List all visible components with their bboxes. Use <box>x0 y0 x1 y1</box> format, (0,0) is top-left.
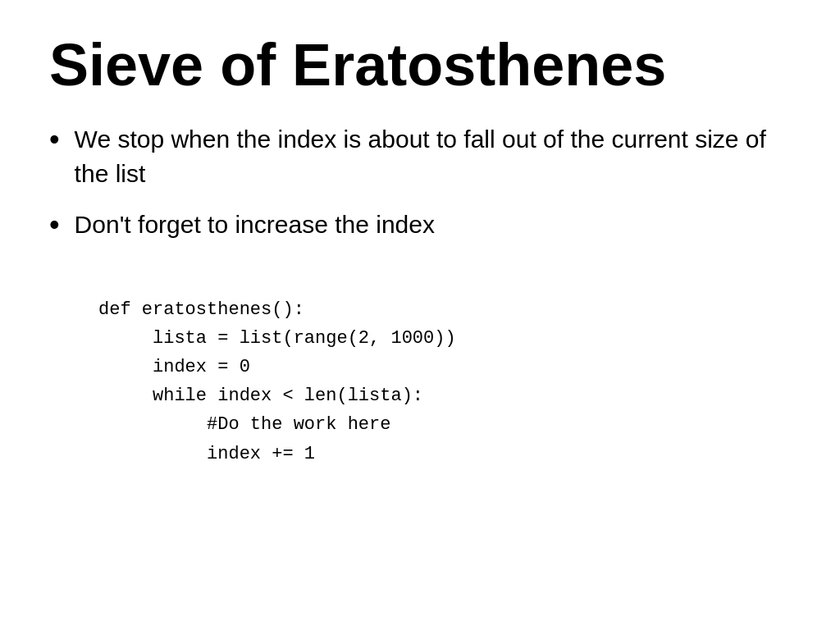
bullet-text-2: Don't forget to increase the index <box>75 208 791 242</box>
bullet-text-1: We stop when the index is about to fall … <box>75 122 791 191</box>
bullet-item-1: • We stop when the index is about to fal… <box>49 122 791 191</box>
bullet-dot-2: • <box>49 204 60 245</box>
bullet-item-2: • Don't forget to increase the index <box>49 208 791 245</box>
bullet-list: • We stop when the index is about to fal… <box>49 122 791 262</box>
code-block: def eratosthenes(): lista = list(range(2… <box>98 295 791 468</box>
slide: Sieve of Eratosthenes • We stop when the… <box>0 0 840 630</box>
slide-title: Sieve of Eratosthenes <box>49 33 791 98</box>
bullet-dot-1: • <box>49 119 60 160</box>
